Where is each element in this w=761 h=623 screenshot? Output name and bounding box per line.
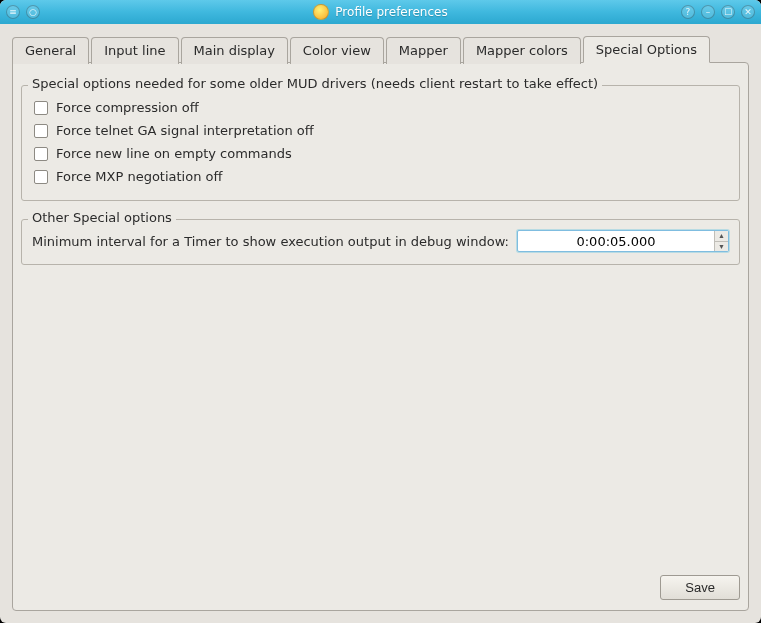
group-compat-options: Special options needed for some older MU… [21,85,740,201]
tab-label: Mapper [399,43,448,58]
tab-mapper-colors[interactable]: Mapper colors [463,37,581,64]
tab-label: General [25,43,76,58]
titlebar-right-controls: ? – ☐ ✕ [681,5,755,19]
checkbox[interactable] [34,170,48,184]
checkbox[interactable] [34,147,48,161]
timer-interval-input[interactable] [518,231,714,251]
tab-general[interactable]: General [12,37,89,64]
timer-interval-spinbox[interactable]: ▲ ▼ [517,230,729,252]
tab-mapper[interactable]: Mapper [386,37,461,64]
option-force-new-line-empty[interactable]: Force new line on empty commands [32,142,729,165]
checkbox-label: Force MXP negotiation off [56,169,222,184]
spin-down-button[interactable]: ▼ [715,242,728,252]
window-pin-button[interactable]: ○ [26,5,40,19]
tab-label: Special Options [596,42,697,57]
tabpanel-special-options: Special options needed for some older MU… [12,62,749,611]
option-force-mxp-off[interactable]: Force MXP negotiation off [32,165,729,188]
option-force-compression-off[interactable]: Force compression off [32,96,729,119]
tab-label: Color view [303,43,371,58]
tab-special-options[interactable]: Special Options [583,36,710,63]
tab-input-line[interactable]: Input line [91,37,178,64]
spin-up-button[interactable]: ▲ [715,231,728,242]
maximize-button[interactable]: ☐ [721,5,735,19]
tab-label: Main display [194,43,275,58]
checkbox-label: Force telnet GA signal interpretation of… [56,123,314,138]
titlebar: ≡ ○ Profile preferences ? – ☐ ✕ [0,0,761,24]
close-button[interactable]: ✕ [741,5,755,19]
timer-interval-row: Minimum interval for a Timer to show exe… [32,230,729,252]
window-menu-button[interactable]: ≡ [6,5,20,19]
checkbox-label: Force new line on empty commands [56,146,292,161]
spinbox-buttons: ▲ ▼ [714,231,728,251]
titlebar-left-controls: ≡ ○ [6,5,40,19]
group-compat-legend: Special options needed for some older MU… [28,76,602,91]
checkbox[interactable] [34,124,48,138]
content-area: General Input line Main display Color vi… [0,24,761,623]
window-title: Profile preferences [335,5,447,19]
checkbox-label: Force compression off [56,100,199,115]
timer-interval-label: Minimum interval for a Timer to show exe… [32,234,509,249]
dialog-footer: Save [21,563,740,600]
help-button[interactable]: ? [681,5,695,19]
minimize-button[interactable]: – [701,5,715,19]
titlebar-center: Profile preferences [0,4,761,20]
app-icon [313,4,329,20]
preferences-window: ≡ ○ Profile preferences ? – ☐ ✕ General … [0,0,761,623]
tab-label: Input line [104,43,165,58]
group-other-legend: Other Special options [28,210,176,225]
checkbox[interactable] [34,101,48,115]
save-button-label: Save [685,580,715,595]
tab-color-view[interactable]: Color view [290,37,384,64]
tab-main-display[interactable]: Main display [181,37,288,64]
tab-label: Mapper colors [476,43,568,58]
save-button[interactable]: Save [660,575,740,600]
tabbar: General Input line Main display Color vi… [12,36,749,63]
option-force-telnet-ga-off[interactable]: Force telnet GA signal interpretation of… [32,119,729,142]
group-other-options: Other Special options Minimum interval f… [21,219,740,265]
